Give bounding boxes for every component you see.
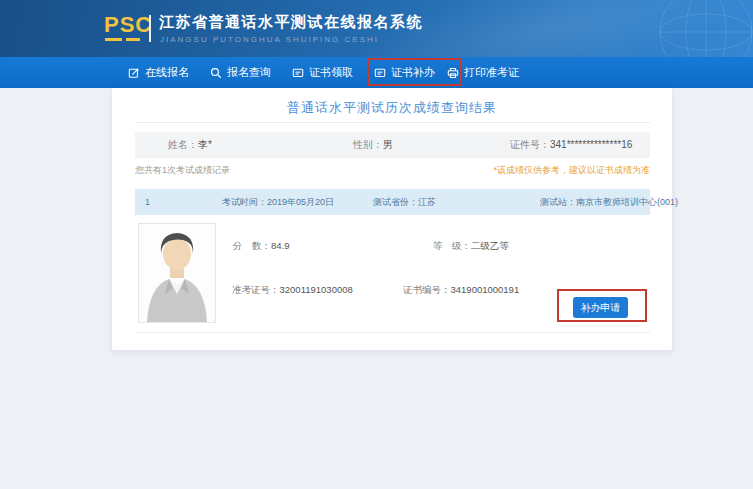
search-icon — [210, 67, 222, 79]
candidate-photo — [138, 223, 216, 323]
record-index: 1 — [145, 189, 150, 215]
record-exam-time: 考试时间：2019年05月20日 — [222, 189, 334, 215]
nav-item-label: 打印准考证 — [464, 65, 519, 80]
certificate-number-field: 证书编号：3419001000191 — [403, 284, 519, 297]
record-province: 测试省份：江苏 — [373, 189, 436, 215]
profile-name: 姓名：李* — [168, 132, 212, 158]
admission-ticket-field: 准考证号：32001191030008 — [232, 284, 353, 297]
header: PSC 江苏省普通话水平测试在线报名系统 JIANGSU PUTONGHUA S… — [0, 0, 753, 57]
notes-row: 您共有1次考试成绩记录 *该成绩仅供参考，建议以证书成绩为准 — [135, 164, 650, 178]
nav-item-label: 证书领取 — [309, 65, 353, 80]
page-title: 普通话水平测试历次成绩查询结果 — [112, 99, 672, 117]
divider — [135, 122, 650, 123]
site-subtitle: JIANGSU PUTONGHUA SHUIPING CESHI — [160, 35, 379, 44]
score-field: 分 数：84.9 — [233, 240, 290, 253]
certificate-icon — [292, 67, 304, 79]
nav-item-registration-query[interactable]: 报名查询 — [210, 57, 271, 88]
profile-id-number: 证件号：341**************16 — [510, 132, 632, 158]
nav-item-label: 证书补办 — [391, 65, 435, 80]
printer-icon — [447, 67, 459, 79]
nav-item-label: 在线报名 — [145, 65, 189, 80]
divider — [135, 332, 650, 333]
nav-item-certificate-reissue[interactable]: 证书补办 — [374, 57, 435, 88]
nav-item-online-registration[interactable]: 在线报名 — [128, 57, 189, 88]
psc-logo: PSC — [104, 12, 152, 38]
nav-item-certificate-collection[interactable]: 证书领取 — [292, 57, 353, 88]
edit-icon — [128, 67, 140, 79]
profile-gender: 性别：男 — [353, 132, 393, 158]
profile-info-row: 姓名：李* 性别：男 证件号：341**************16 — [135, 132, 650, 158]
nav-item-print-admission-ticket[interactable]: 打印准考证 — [447, 57, 519, 88]
level-field: 等 级：二级乙等 — [433, 240, 509, 253]
record-test-station: 测试站：南京市教师培训中心(001) — [540, 189, 678, 215]
reissue-application-button[interactable]: 补办申请 — [573, 297, 628, 318]
results-card: 普通话水平测试历次成绩查询结果 姓名：李* 性别：男 证件号：341******… — [112, 88, 672, 350]
certificate-icon — [374, 67, 386, 79]
app-window: PSC 江苏省普通话水平测试在线报名系统 JIANGSU PUTONGHUA S… — [0, 0, 753, 489]
logo-underline-dash — [105, 38, 122, 41]
main-nav: 在线报名 报名查询 证书领取 — [0, 57, 753, 88]
records-count-note: 您共有1次考试成绩记录 — [135, 164, 230, 177]
score-disclaimer: *该成绩仅供参考，建议以证书成绩为准 — [493, 164, 650, 177]
logo-underline-dash — [126, 38, 140, 41]
nav-item-label: 报名查询 — [227, 65, 271, 80]
exam-record-row: 1 考试时间：2019年05月20日 测试省份：江苏 测试站：南京市教师培训中心… — [135, 189, 650, 215]
site-title: 江苏省普通话水平测试在线报名系统 — [159, 13, 423, 32]
header-divider — [149, 15, 151, 42]
